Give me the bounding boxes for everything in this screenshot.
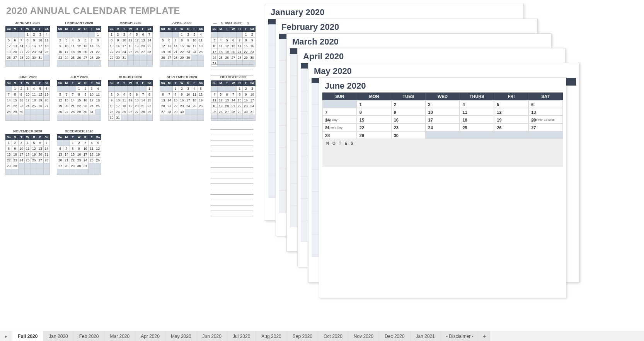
day-cell[interactable]: 20Summer Solstice [528,116,563,123]
day-cell[interactable]: 4 [460,100,494,108]
notes-line[interactable] [211,108,253,113]
notes-line[interactable] [211,48,253,54]
day-cell[interactable]: 28 [322,131,357,139]
notes-line[interactable] [211,184,253,189]
day-cell[interactable] [528,131,563,139]
sheet-tab[interactable]: Jan 2021 [411,331,441,341]
notes-line[interactable] [211,189,253,195]
day-cell[interactable]: 1 [357,100,391,108]
notes-line[interactable] [211,135,253,141]
day-cell[interactable]: 30 [391,131,426,139]
mini-day-header: T [18,26,24,32]
notes-line[interactable] [211,151,253,157]
notes-line[interactable] [211,43,253,48]
notes-line[interactable] [211,59,253,65]
notes-line[interactable] [211,178,253,184]
day-cell[interactable]: 11 [460,108,494,116]
day-cell[interactable]: 24 [426,123,460,131]
day-cell[interactable]: 7 [322,108,357,116]
mini-day-cell: 20 [63,103,70,109]
sheet-tab[interactable]: Sep 2020 [287,331,318,341]
day-cell[interactable]: 18 [460,116,494,123]
notes-line[interactable] [211,130,253,135]
notes-line[interactable] [211,75,253,81]
mini-day-header: T [70,135,76,140]
sheet-tab[interactable]: Feb 2020 [74,331,105,341]
day-cell[interactable]: 15 [357,116,391,123]
notes-line[interactable] [211,157,253,162]
notes-line[interactable] [211,103,253,108]
mini-day-cell: 10 [121,38,127,43]
day-cell[interactable]: 5 [494,100,528,108]
notes-line[interactable] [211,200,253,206]
notes-line[interactable] [211,97,253,103]
sheet-tab[interactable]: Jul 2020 [227,331,256,341]
sheet-tab[interactable]: Mar 2020 [104,331,135,341]
sheet-tab[interactable]: Jun 2020 [197,331,227,341]
day-cell[interactable]: 17 [426,116,460,123]
mini-day-cell: 12 [160,43,166,49]
day-cell[interactable]: 9 [391,108,426,116]
sheet-tab[interactable]: Full 2020 [12,331,43,341]
day-cell[interactable]: 29 [357,131,391,139]
mini-day-header: Sa [146,81,152,86]
notes-line[interactable] [211,65,253,70]
day-cell[interactable]: 23 [391,123,426,131]
mini-day-cell: 14 [70,98,76,103]
notes-line[interactable] [211,162,253,168]
sheet-tab[interactable]: May 2020 [165,331,197,341]
mini-day-cell: 15 [146,98,152,103]
day-cell[interactable]: 26 [494,123,528,131]
day-cell[interactable]: 19 [494,116,528,123]
month-notes-area[interactable]: N O T E S [322,139,563,167]
sheet-tab[interactable]: Aug 2020 [256,331,287,341]
notes-line[interactable] [211,206,253,211]
notes-line[interactable] [211,92,253,97]
notes-line[interactable] [211,113,253,119]
day-cell[interactable]: 3 [426,100,460,108]
day-cell[interactable]: 10 [426,108,460,116]
notes-line[interactable] [211,119,253,124]
day-cell[interactable] [494,131,528,139]
sheet-tab[interactable]: Nov 2020 [348,331,379,341]
mini-day-cell [43,61,49,67]
day-cell[interactable]: 8 [357,108,391,116]
notes-line[interactable] [211,32,253,38]
notes-line[interactable] [211,81,253,86]
notes-line[interactable] [211,70,253,75]
tab-nav-prev[interactable]: ▸ [0,331,12,341]
day-cell[interactable]: 25 [460,123,494,131]
day-cell[interactable]: 27 [528,123,563,131]
sheet-tab[interactable]: Dec 2020 [379,331,410,341]
notes-line[interactable] [211,54,253,59]
day-cell[interactable]: 22 [357,123,391,131]
sheet-tab[interactable]: Jan 2020 [43,331,73,341]
mini-day-cell: 11 [70,43,76,49]
notes-line[interactable] [211,211,253,216]
day-cell[interactable]: 21Father's Day [322,123,357,131]
mini-day-cell [70,115,76,121]
notes-line[interactable] [211,173,253,178]
sheet-tab[interactable]: - Disclaimer - [441,331,479,341]
notes-line[interactable] [211,124,253,130]
day-cell[interactable]: 14Flag Day [322,116,357,123]
notes-line[interactable] [211,195,253,200]
mini-day-cell [198,109,204,115]
notes-line[interactable] [211,38,253,43]
notes-line[interactable] [211,141,253,146]
notes-line[interactable] [211,146,253,151]
notes-line[interactable] [211,168,253,173]
day-cell[interactable]: 13 [528,108,563,116]
day-cell[interactable] [426,131,460,139]
day-cell[interactable]: 16 [391,116,426,123]
mini-day-cell: 4 [43,32,49,38]
notes-line[interactable] [211,86,253,92]
tab-add-button[interactable]: + [479,331,490,341]
sheet-tab[interactable]: Apr 2020 [135,331,165,341]
day-cell[interactable] [322,100,357,108]
day-cell[interactable] [460,131,494,139]
day-cell[interactable]: 2 [391,100,426,108]
day-cell[interactable]: 6 [528,100,563,108]
day-cell[interactable]: 12 [494,108,528,116]
sheet-tab[interactable]: Oct 2020 [318,331,348,341]
